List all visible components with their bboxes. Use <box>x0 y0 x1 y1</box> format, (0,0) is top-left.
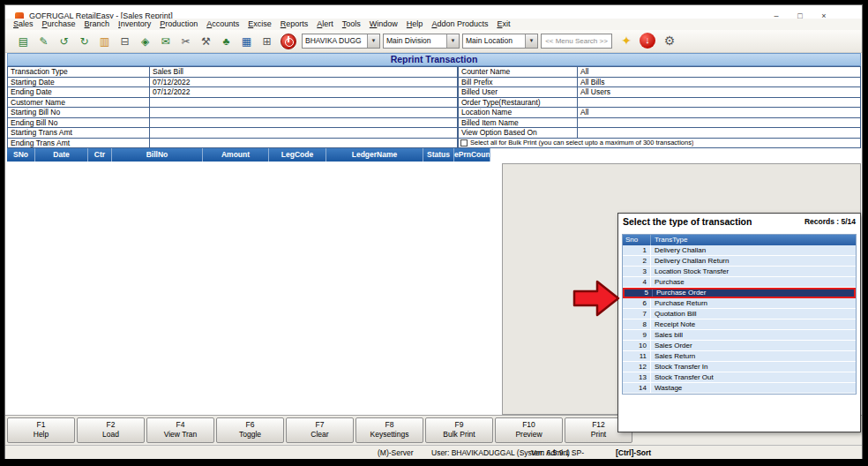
transaction-type-row[interactable]: 7Quotation Bill <box>623 309 856 319</box>
ending-bill-no-field[interactable] <box>150 118 458 129</box>
transaction-type-row[interactable]: 14Wastage <box>623 383 856 394</box>
transaction-type-row[interactable]: 2Delivery Challan Return <box>623 256 856 267</box>
field-label: Billed Item Name <box>459 118 578 129</box>
billed-user-field[interactable]: All Users <box>578 87 861 98</box>
new-transaction-icon[interactable]: ▤ <box>14 33 33 50</box>
menu-item-purchase[interactable]: Purchase <box>38 19 80 30</box>
fkey-help-button[interactable]: F1Help <box>7 417 75 443</box>
menu-item-addon-products[interactable]: Addon Products <box>427 19 492 30</box>
division-dropdown[interactable]: Main Division ▼ <box>383 34 460 49</box>
starting-date-field[interactable]: 07/12/2022 <box>150 78 458 88</box>
form-row-ending-bill-no: Ending Bill No <box>8 118 458 129</box>
stock-icon[interactable]: ♣ <box>217 33 236 50</box>
edit-icon[interactable]: ✎ <box>34 33 53 50</box>
counter-name-field[interactable]: All <box>578 67 861 78</box>
field-label: Location Name <box>459 108 578 118</box>
form-row-starting-date: Starting Date 07/12/2022 <box>8 78 458 88</box>
undo-icon[interactable]: ↺ <box>55 33 73 50</box>
transaction-type-row[interactable]: 6Purchase Return <box>623 298 856 309</box>
menu-item-accounts[interactable]: Accounts <box>202 19 243 30</box>
column-header-ctr[interactable]: Ctr <box>88 148 112 162</box>
column-header-ledgername[interactable]: LedgerName <box>326 148 423 162</box>
reports-icon[interactable]: ▦ <box>237 33 256 50</box>
status-bar: (M)-Server User: BHAVIKADUGGAL (System A… <box>5 445 862 459</box>
discount-icon[interactable]: ◈ <box>136 33 154 50</box>
transaction-type-row[interactable]: 12Stock Transfer In <box>623 362 856 372</box>
menu-item-sales[interactable]: Sales <box>9 19 38 30</box>
transaction-type-row[interactable]: 9Sales bill <box>623 330 856 341</box>
menu-item-help[interactable]: Help <box>402 19 428 30</box>
menu-item-production[interactable]: Production <box>155 19 202 30</box>
transaction-type-row[interactable]: 4Purchase <box>623 277 856 288</box>
billed-item-name-field[interactable] <box>578 118 861 129</box>
fkey-clear-button[interactable]: F7Clear <box>286 417 354 443</box>
transaction-type-field[interactable]: Sales Bill <box>150 67 458 78</box>
print-icon[interactable]: ⊟ <box>116 33 134 50</box>
download-update-icon[interactable]: ↓ <box>640 33 655 49</box>
user-dropdown[interactable]: BHAVIKA DUGG ▼ <box>302 34 380 49</box>
transaction-type-row[interactable]: 3Location Stock Transfer <box>623 267 856 277</box>
location-dropdown-value: Main Location <box>466 36 513 45</box>
column-header-status[interactable]: Status <box>423 148 454 162</box>
open-folder-icon[interactable]: ▥ <box>95 33 114 50</box>
order-type-field[interactable] <box>578 98 861 109</box>
list-column-transtype: TransType <box>651 235 856 245</box>
bill-prefix-field[interactable]: All Bills <box>578 78 861 88</box>
column-header-date[interactable]: Date <box>35 148 88 162</box>
power-icon[interactable] <box>281 34 296 49</box>
location-name-field[interactable]: All <box>578 108 861 118</box>
mail-icon[interactable]: ✉ <box>156 33 175 50</box>
chevron-down-icon: ▼ <box>525 34 537 48</box>
ending-date-field[interactable]: 07/12/2022 <box>150 87 458 98</box>
calculator-icon[interactable]: ⊞ <box>258 33 276 50</box>
starting-bill-no-field[interactable] <box>150 108 458 118</box>
column-header-sno[interactable]: SNo <box>7 148 35 162</box>
menu-item-tools[interactable]: Tools <box>338 19 365 30</box>
column-header-eprncount[interactable]: ePrnCoun <box>454 148 490 162</box>
location-dropdown[interactable]: Main Location ▼ <box>462 34 538 49</box>
transaction-type-row-selected[interactable]: 5Purchase Order <box>623 288 856 298</box>
starting-trans-amt-field[interactable] <box>150 128 458 139</box>
field-label: Starting Bill No <box>8 108 150 118</box>
menu-item-exit[interactable]: Exit <box>492 19 514 30</box>
customer-name-field[interactable] <box>150 98 458 109</box>
app-version: Ver: 6.5.9.1 SP- <box>531 448 584 457</box>
cut-icon[interactable]: ✂ <box>176 33 195 50</box>
transaction-type-list: Sno TransType 1Delivery Challan 2Deliver… <box>622 234 857 395</box>
ending-trans-amt-field[interactable] <box>150 139 458 149</box>
menu-search-input[interactable]: << Menu Search >> <box>541 34 612 49</box>
menu-item-branch[interactable]: Branch <box>80 19 115 30</box>
field-label: Transaction Type <box>8 67 150 78</box>
list-column-sno: Sno <box>623 235 651 245</box>
bulk-print-checkbox[interactable] <box>460 139 468 147</box>
form-row-order-type: Order Type(Restaurant) <box>459 98 861 109</box>
dialog-header: Select the type of transaction Records :… <box>618 214 860 232</box>
column-header-legcode[interactable]: LegCode <box>269 148 326 162</box>
menu-item-excise[interactable]: Excise <box>243 19 276 30</box>
form-row-transaction-type: Transaction Type Sales Bill <box>8 67 458 78</box>
fkey-bulk-print-button[interactable]: F9Bulk Print <box>425 417 493 443</box>
fkey-load-button[interactable]: F2Load <box>77 417 145 443</box>
view-option-field[interactable] <box>578 128 861 139</box>
menu-item-reports[interactable]: Reports <box>276 19 313 30</box>
column-header-amount[interactable]: Amount <box>203 148 269 162</box>
fkey-toggle-button[interactable]: F6Toggle <box>216 417 284 443</box>
transaction-type-row[interactable]: 8Receipt Note <box>623 319 856 330</box>
title-bar: GOFRUGAL RetailEasy - [Sales Reprint] – … <box>5 5 862 19</box>
tools-icon[interactable]: ⚒ <box>197 33 215 50</box>
settings-gear-icon[interactable]: ⚙ <box>661 32 678 49</box>
user-dropdown-value: BHAVIKA DUGG <box>305 36 362 45</box>
fkey-view-tran-button[interactable]: F4View Tran <box>146 417 214 443</box>
transaction-type-row[interactable]: 13Stock Transfer Out <box>623 372 856 383</box>
transaction-type-row[interactable]: 10Sales Order <box>623 341 856 351</box>
menu-item-inventory[interactable]: Inventory <box>114 19 155 30</box>
fkey-keysettings-button[interactable]: F8Keysettings <box>355 417 423 443</box>
column-header-billno[interactable]: BillNo <box>112 148 203 162</box>
fkey-preview-button[interactable]: F10Preview <box>495 417 563 443</box>
keys-icon[interactable]: ✦ <box>617 32 635 49</box>
transaction-type-row[interactable]: 11Sales Return <box>623 351 856 362</box>
transaction-type-row[interactable]: 1Delivery Challan <box>623 245 856 256</box>
menu-item-alert[interactable]: Alert <box>312 19 338 30</box>
menu-item-window[interactable]: Window <box>365 19 402 30</box>
redo-icon[interactable]: ↻ <box>75 33 94 50</box>
